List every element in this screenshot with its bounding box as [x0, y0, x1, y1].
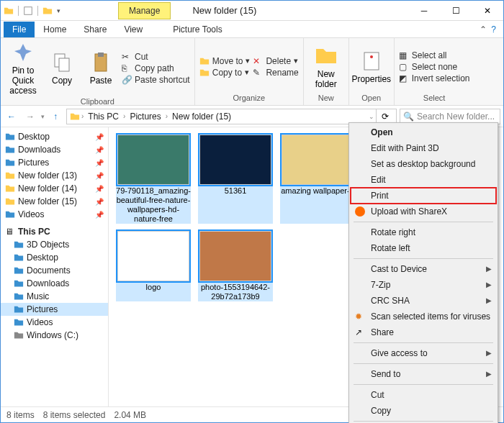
file-thumbnail[interactable]: 79-790118_amazing-beautiful-free-nature-… [116, 135, 191, 224]
properties-button[interactable]: Properties [354, 50, 390, 84]
menu-item[interactable]: Rotate left [351, 240, 496, 256]
crumb-this-pc[interactable]: This PC [85, 112, 122, 122]
rename-icon: ✎ [253, 68, 263, 78]
tab-share[interactable]: Share [75, 22, 115, 37]
menu-separator [354, 222, 493, 222]
image-preview [282, 135, 354, 185]
copy-to-button[interactable]: Copy to▾ [199, 68, 251, 78]
paste-shortcut-button[interactable]: 🔗Paste shortcut [122, 75, 190, 85]
tree-item[interactable]: Music [1, 290, 108, 303]
tab-file[interactable]: File [4, 22, 35, 37]
menu-item[interactable]: ✹Scan selected items for viruses [351, 309, 496, 324]
menu-item[interactable]: Cast to Device▶ [351, 261, 496, 277]
tree-item[interactable]: Downloads [1, 277, 108, 290]
cut-button[interactable]: ✂Cut [122, 52, 190, 62]
help-icon[interactable]: ? [491, 24, 496, 35]
tab-home[interactable]: Home [35, 22, 75, 37]
submenu-arrow-icon: ▶ [486, 296, 492, 304]
forward-button[interactable]: → [22, 109, 38, 124]
menu-item[interactable]: Copy [351, 403, 496, 419]
delete-button[interactable]: ✕Delete▾ [253, 56, 298, 66]
menu-item[interactable]: Edit with Paint 3D [351, 140, 496, 156]
ribbon-help: ⌃ ? [472, 22, 503, 37]
crumb-current[interactable]: New folder (15) [169, 112, 234, 122]
folder-icon[interactable] [42, 6, 53, 16]
properties-icon[interactable] [23, 6, 33, 16]
downloads-icon [14, 278, 24, 288]
copy-to-icon [199, 68, 210, 78]
new-folder-label: New folder [308, 69, 344, 89]
titlebar: ▾ Manage New folder (15) ─ ☐ ✕ [1, 1, 503, 21]
nav-tree[interactable]: Desktop📌Downloads📌Pictures📌New folder (1… [1, 127, 109, 406]
search-placeholder: Search New folder... [417, 112, 495, 122]
tree-item[interactable]: Windows (C:) [1, 329, 108, 342]
tree-item[interactable]: Pictures📌 [1, 156, 108, 169]
tree-item[interactable]: New folder (14)📌 [1, 182, 108, 195]
tree-item[interactable]: Desktop📌 [1, 130, 108, 143]
invert-selection-button[interactable]: ◩Invert selection [399, 73, 470, 83]
copy-button[interactable]: Copy [44, 51, 80, 86]
address-bar[interactable]: › This PC › Pictures › New folder (15) ⌄… [66, 109, 397, 124]
copy-path-button[interactable]: ⎘Copy path [122, 63, 190, 73]
copy-label: Copy [52, 76, 72, 86]
crumb-pictures[interactable]: Pictures [127, 112, 163, 122]
pin-quick-access-button[interactable]: Pin to Quick access [5, 41, 41, 96]
chevron-right-icon[interactable]: › [81, 112, 84, 120]
menu-item[interactable]: Cut [351, 387, 496, 403]
tree-item[interactable]: Pictures [1, 303, 108, 316]
menu-item[interactable]: Give access to▶ [351, 345, 496, 361]
menu-item[interactable]: Print [351, 188, 496, 204]
minimize-button[interactable]: ─ [408, 1, 440, 21]
qat-dropdown-icon[interactable]: ▾ [57, 7, 60, 14]
tree-item[interactable]: New folder (13)📌 [1, 169, 108, 182]
cut-icon: ✂ [122, 52, 132, 62]
tree-item[interactable]: Documents [1, 264, 108, 277]
maximize-button[interactable]: ☐ [440, 1, 472, 21]
rename-button[interactable]: ✎Rename [253, 68, 298, 78]
menu-item[interactable]: Edit [351, 172, 496, 188]
contextual-tab-manage[interactable]: Manage [118, 2, 171, 19]
group-label: Organize [199, 92, 299, 102]
chevron-right-icon[interactable]: › [123, 112, 125, 120]
file-thumbnail[interactable]: amazing wallpaper-1 [280, 135, 355, 224]
menu-item[interactable]: Open [351, 124, 496, 140]
menu-item[interactable]: ↗Share [351, 324, 496, 340]
new-folder-icon [315, 45, 338, 68]
menu-item[interactable]: CRC SHA▶ [351, 293, 496, 309]
menu-item[interactable]: Set as desktop background [351, 156, 496, 172]
close-button[interactable]: ✕ [472, 1, 503, 21]
menu-item[interactable]: Upload with ShareX [351, 204, 496, 219]
select-none-button[interactable]: ▢Select none [399, 62, 470, 72]
tree-item[interactable]: New folder (15)📌 [1, 195, 108, 208]
ribbon-tabs: File Home Share View Picture Tools ⌃ ? [1, 21, 503, 38]
new-folder-button[interactable]: New folder [308, 45, 344, 89]
quick-access-toolbar: ▾ [1, 6, 60, 16]
menu-item[interactable]: Send to▶ [351, 366, 496, 382]
tree-item[interactable]: Desktop [1, 251, 108, 264]
context-menu[interactable]: OpenEdit with Paint 3DSet as desktop bac… [348, 122, 498, 423]
move-to-button[interactable]: Move to▾ [199, 56, 251, 66]
tree-item[interactable]: Videos📌 [1, 208, 108, 221]
file-thumbnail[interactable]: photo-1553194642-29b72a173b9 [198, 231, 273, 301]
menu-item[interactable]: 7-Zip▶ [351, 277, 496, 293]
tree-item[interactable]: Downloads📌 [1, 143, 108, 156]
file-thumbnail[interactable]: logo [116, 231, 191, 301]
up-button[interactable]: ↑ [48, 109, 63, 124]
tree-item[interactable]: Videos [1, 316, 108, 329]
collapse-ribbon-icon[interactable]: ⌃ [480, 24, 487, 35]
file-thumbnail[interactable]: 51361 [198, 135, 273, 224]
addr-dropdown-icon[interactable]: ⌄ [369, 113, 374, 120]
paste-button[interactable]: Paste [83, 51, 119, 86]
tab-view[interactable]: View [115, 22, 151, 37]
back-button[interactable]: ← [4, 109, 19, 124]
tree-item[interactable]: 3D Objects [1, 238, 108, 251]
tab-picture-tools[interactable]: Picture Tools [164, 22, 230, 37]
history-dropdown-icon[interactable]: ▾ [41, 113, 45, 120]
pin-icon [12, 41, 35, 64]
tree-this-pc[interactable]: 🖥This PC [1, 225, 108, 238]
menu-item[interactable]: Rotate right [351, 224, 496, 240]
file-name: logo [146, 283, 161, 292]
image-preview [117, 231, 189, 281]
chevron-right-icon[interactable]: › [166, 112, 168, 120]
select-all-button[interactable]: ▦Select all [399, 50, 470, 60]
